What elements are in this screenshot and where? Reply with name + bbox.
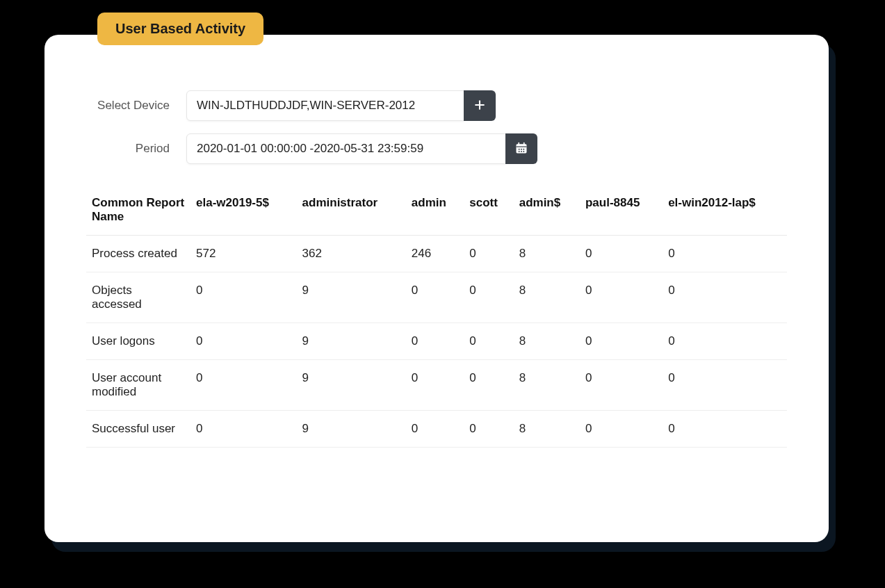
svg-point-9: [519, 151, 520, 152]
period-filter-label: Period: [86, 142, 170, 156]
svg-rect-5: [523, 142, 525, 145]
value-cell: 0: [663, 272, 787, 323]
add-device-button[interactable]: [464, 90, 496, 121]
svg-point-8: [523, 148, 524, 149]
value-cell: 0: [464, 272, 513, 323]
value-cell: 0: [580, 360, 663, 411]
calendar-icon: [514, 141, 528, 157]
table-row: User logons0900800: [86, 323, 787, 360]
device-input-group: [186, 90, 496, 121]
period-input-group: [186, 133, 537, 164]
report-name-cell: Process created: [86, 236, 190, 272]
value-cell: 0: [406, 272, 464, 323]
value-cell: 0: [406, 360, 464, 411]
calendar-button[interactable]: [505, 133, 537, 164]
value-cell: 0: [190, 272, 297, 323]
activity-table: Common Report Name ela-w2019-5$ administ…: [86, 185, 787, 448]
value-cell: 0: [580, 411, 663, 448]
svg-point-11: [523, 151, 524, 152]
value-cell: 0: [663, 236, 787, 272]
table-header-row: Common Report Name ela-w2019-5$ administ…: [86, 185, 787, 236]
table-row: User account modified0900800: [86, 360, 787, 411]
tab-user-based-activity[interactable]: User Based Activity: [97, 13, 263, 45]
value-cell: 0: [663, 323, 787, 360]
table-row: Process created5723622460800: [86, 236, 787, 272]
value-cell: 0: [464, 411, 513, 448]
value-cell: 8: [514, 236, 580, 272]
device-input[interactable]: [186, 90, 464, 121]
report-card: Select Device Period: [44, 35, 829, 542]
col-header-user: ela-w2019-5$: [190, 185, 297, 236]
col-header-user: el-win2012-lap$: [663, 185, 787, 236]
col-header-report-name: Common Report Name: [86, 185, 190, 236]
value-cell: 0: [464, 236, 513, 272]
value-cell: 0: [464, 323, 513, 360]
value-cell: 572: [190, 236, 297, 272]
filter-row-device: Select Device: [86, 90, 787, 121]
col-header-user: admin$: [514, 185, 580, 236]
value-cell: 0: [406, 323, 464, 360]
value-cell: 246: [406, 236, 464, 272]
svg-rect-4: [518, 142, 519, 145]
value-cell: 8: [514, 360, 580, 411]
col-header-user: paul-8845: [580, 185, 663, 236]
svg-point-6: [519, 148, 520, 149]
value-cell: 8: [514, 272, 580, 323]
table-row: Successful user0900800: [86, 411, 787, 448]
device-filter-label: Select Device: [86, 99, 170, 113]
value-cell: 9: [297, 323, 406, 360]
svg-rect-3: [517, 146, 527, 147]
value-cell: 0: [663, 360, 787, 411]
value-cell: 362: [297, 236, 406, 272]
value-cell: 0: [580, 323, 663, 360]
value-cell: 0: [190, 360, 297, 411]
filter-row-period: Period: [86, 133, 787, 164]
value-cell: 0: [580, 272, 663, 323]
value-cell: 0: [663, 411, 787, 448]
value-cell: 0: [464, 360, 513, 411]
report-name-cell: Objects accessed: [86, 272, 190, 323]
value-cell: 9: [297, 272, 406, 323]
value-cell: 9: [297, 411, 406, 448]
value-cell: 0: [190, 323, 297, 360]
svg-point-10: [521, 151, 522, 152]
value-cell: 9: [297, 360, 406, 411]
col-header-user: scott: [464, 185, 513, 236]
plus-icon: [473, 98, 487, 114]
report-name-cell: User logons: [86, 323, 190, 360]
value-cell: 8: [514, 411, 580, 448]
value-cell: 0: [406, 411, 464, 448]
svg-point-7: [521, 148, 522, 149]
report-name-cell: User account modified: [86, 360, 190, 411]
value-cell: 0: [580, 236, 663, 272]
table-row: Objects accessed0900800: [86, 272, 787, 323]
filters-panel: Select Device Period: [86, 90, 787, 164]
col-header-user: admin: [406, 185, 464, 236]
period-input[interactable]: [186, 133, 506, 164]
report-name-cell: Successful user: [86, 411, 190, 448]
value-cell: 8: [514, 323, 580, 360]
value-cell: 0: [190, 411, 297, 448]
col-header-user: administrator: [297, 185, 406, 236]
